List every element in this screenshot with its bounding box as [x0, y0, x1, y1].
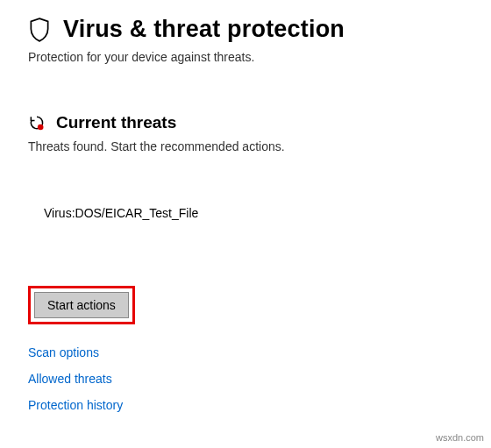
svg-point-0	[38, 124, 44, 131]
current-threats-title: Current threats	[56, 113, 176, 132]
scan-options-link[interactable]: Scan options	[28, 345, 99, 359]
protection-history-link[interactable]: Protection history	[28, 398, 123, 412]
allowed-threats-link[interactable]: Allowed threats	[28, 372, 112, 386]
watermark: wsxdn.com	[436, 432, 484, 443]
start-actions-button[interactable]: Start actions	[34, 292, 129, 318]
page-subtitle: Protection for your device against threa…	[28, 50, 463, 64]
shield-icon	[28, 17, 51, 43]
page-title: Virus & threat protection	[63, 16, 345, 43]
history-alert-icon	[28, 114, 46, 132]
page-header: Virus & threat protection	[28, 16, 463, 43]
links-group: Scan options Allowed threats Protection …	[28, 345, 463, 412]
current-threats-header: Current threats	[28, 113, 463, 132]
current-threats-subtitle: Threats found. Start the recommended act…	[28, 139, 463, 153]
start-actions-highlight: Start actions	[28, 286, 135, 324]
threat-item[interactable]: Virus:DOS/EICAR_Test_File	[44, 206, 463, 220]
